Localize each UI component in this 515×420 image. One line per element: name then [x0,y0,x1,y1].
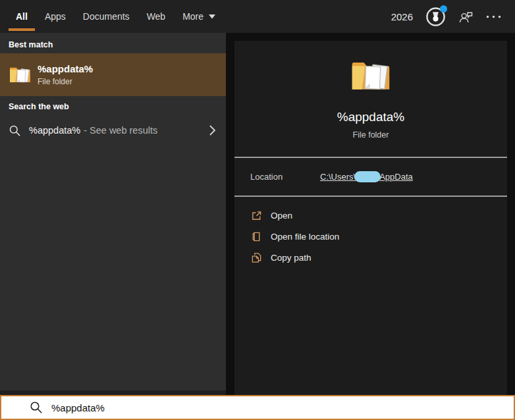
best-match-title: %appdata% [38,63,93,74]
open-file-location-label: Open file location [271,232,339,242]
search-web-header: Search the web [9,102,69,111]
ellipsis-icon [486,15,501,18]
tab-more-label: More [182,11,203,22]
location-label: Location [250,172,320,182]
tab-documents[interactable]: Documents [83,0,130,33]
copy-path-label: Copy path [271,253,312,263]
location-path-link[interactable]: C:\Users\AppData [320,171,413,182]
web-result-query: %appdata% [29,125,80,136]
chevron-right-icon [209,124,216,136]
best-match-result[interactable]: %appdata% File folder [0,53,226,96]
tab-apps[interactable]: Apps [45,0,66,33]
tab-web[interactable]: Web [147,0,166,33]
search-icon [9,124,21,137]
copy-path-button[interactable]: Copy path [234,247,507,268]
rewards-notification-dot [440,5,447,13]
search-input[interactable] [51,402,514,413]
web-search-result[interactable]: %appdata% - See web results [0,117,226,144]
open-button-label: Open [271,211,292,221]
taskbar-search-box [0,395,515,420]
location-row: Location C:\Users\AppData [234,158,507,196]
divider [234,196,507,197]
dropdown-triangle-icon [209,14,215,19]
folder-icon [9,65,31,84]
copy-pages-icon [250,252,262,263]
open-file-location-button[interactable]: Open file location [234,226,507,247]
location-path-suffix: AppData [379,172,413,182]
action-list: Open Open file location [234,205,507,268]
location-path-prefix: C:\Users\ [320,172,356,182]
detail-title: %appdata% [234,110,507,124]
result-detail-card: %appdata% File folder Location C:\Users\… [234,41,507,395]
folder-icon-large [350,58,391,93]
tab-more[interactable]: More [182,0,215,33]
rewards-points[interactable]: 2026 [391,11,413,22]
detail-type: File folder [234,130,507,140]
search-topbar: All Apps Documents Web More 2026 [0,0,515,33]
redacted-username [354,171,381,182]
detail-panel-area: %appdata% File folder Location C:\Users\… [226,33,515,395]
open-button[interactable]: Open [234,205,507,226]
open-external-icon [250,210,262,221]
best-match-text: %appdata% File folder [38,63,93,86]
more-options-button[interactable] [486,15,501,18]
search-filter-tabs: All Apps Documents Web More [0,0,215,33]
person-chat-icon[interactable] [458,10,474,24]
web-result-suffix: - See web results [84,125,157,136]
topbar-right-controls: 2026 [391,0,515,33]
best-match-header: Best match [9,40,53,49]
open-folder-icon [250,231,262,242]
search-results-panel: Best match %appdata% File folder Search … [0,33,226,390]
tab-all[interactable]: All [16,0,28,33]
search-icon [30,401,43,414]
rewards-medal-icon[interactable] [425,7,446,27]
best-match-type: File folder [38,77,93,86]
